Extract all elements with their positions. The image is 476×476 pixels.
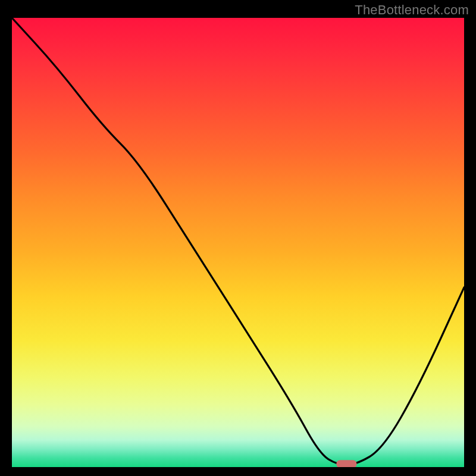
watermark-text: TheBottleneck.com	[355, 2, 469, 18]
curve-layer	[12, 18, 464, 467]
plot-area	[12, 18, 464, 467]
chart-frame: TheBottleneck.com	[0, 0, 476, 476]
bottleneck-curve	[12, 18, 464, 465]
optimal-marker	[336, 460, 356, 467]
